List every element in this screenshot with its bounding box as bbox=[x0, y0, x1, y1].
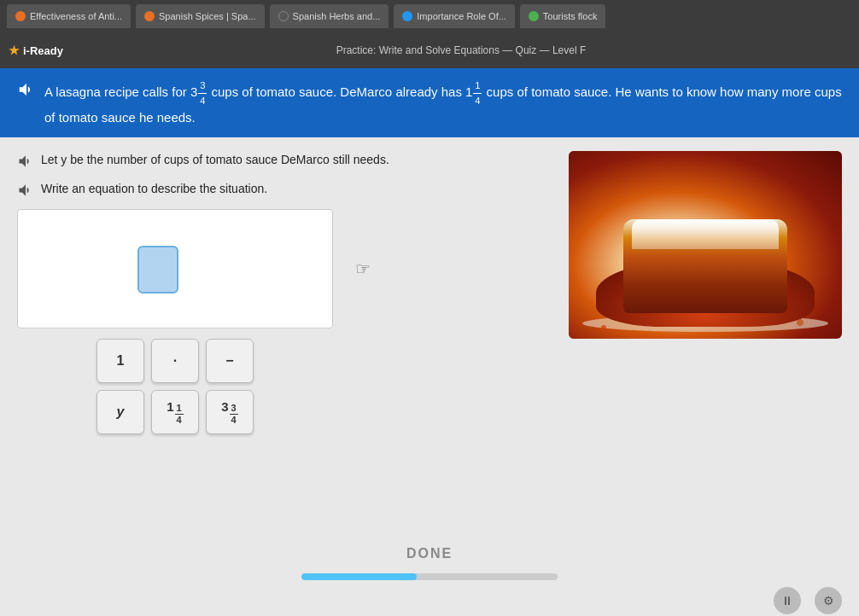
tile-dot[interactable]: · bbox=[151, 339, 199, 383]
progress-bar-fill bbox=[301, 573, 417, 580]
question1: Let y be the number of cups of tomato sa… bbox=[17, 151, 555, 170]
tile-minus[interactable]: − bbox=[206, 339, 254, 383]
tiles-row-2: y 1 1 4 bbox=[96, 390, 254, 434]
right-panel bbox=[569, 151, 842, 519]
speaker-icon[interactable] bbox=[17, 80, 36, 99]
speaker-icon-q2[interactable] bbox=[17, 182, 34, 199]
content-area: ★ i-Ready Practice: Write and Solve Equa… bbox=[0, 32, 859, 616]
garnish-1 bbox=[601, 325, 606, 330]
star-icon: ★ bbox=[9, 44, 20, 57]
iready-logo: ★ i-Ready bbox=[9, 44, 63, 57]
tab-spices[interactable]: Spanish Spices | Spa... bbox=[136, 4, 265, 28]
pause-icon: ⏸ bbox=[781, 594, 793, 607]
done-button[interactable]: DONE bbox=[372, 541, 487, 567]
browser-tab-bar: Effectiveness of Anti... Spanish Spices … bbox=[0, 0, 859, 32]
tile-y[interactable]: y bbox=[96, 390, 144, 434]
tiles-container: 1 · − y 1 bbox=[17, 339, 333, 434]
settings-button[interactable]: ⚙ bbox=[815, 587, 842, 614]
banner-text: A lasagna recipe calls for 334 cups of t… bbox=[44, 78, 842, 127]
lasagna-body bbox=[623, 219, 787, 313]
tile-1-1-4[interactable]: 1 1 4 bbox=[151, 390, 199, 434]
tab-icon-spices bbox=[144, 11, 155, 21]
blue-banner: A lasagna recipe calls for 334 cups of t… bbox=[0, 68, 859, 137]
equation-area-wrapper: ☞ bbox=[17, 209, 350, 328]
white-sauce-top bbox=[632, 219, 780, 249]
tab-icon-importance bbox=[402, 11, 412, 21]
nav-subtitle: Practice: Write and Solve Equations — Qu… bbox=[72, 44, 850, 56]
done-section: DONE bbox=[0, 532, 859, 585]
lasagna-visual bbox=[569, 151, 842, 339]
lasagna-image bbox=[569, 151, 842, 339]
equation-input-area[interactable] bbox=[17, 209, 333, 328]
main-content: Let y be the number of cups of tomato sa… bbox=[0, 137, 859, 532]
cursor-drag-icon: ☞ bbox=[355, 259, 371, 279]
nav-bar: ★ i-Ready Practice: Write and Solve Equa… bbox=[0, 32, 859, 68]
question2: Write an equation to describe the situat… bbox=[17, 180, 555, 199]
tab-icon-tourists bbox=[529, 11, 539, 21]
tile-1[interactable]: 1 bbox=[96, 339, 144, 383]
speaker-icon-q1[interactable] bbox=[17, 153, 34, 170]
left-panel: Let y be the number of cups of tomato sa… bbox=[17, 151, 555, 519]
bottom-controls: ⏸ ⚙ bbox=[774, 587, 842, 614]
bottom-bar: ⏸ ⚙ bbox=[0, 585, 859, 616]
tile-3-3-4[interactable]: 3 3 4 bbox=[206, 390, 254, 434]
tab-icon-herbs bbox=[278, 11, 289, 21]
settings-icon: ⚙ bbox=[823, 594, 834, 607]
pause-button[interactable]: ⏸ bbox=[774, 587, 801, 614]
tiles-row-1: 1 · − bbox=[96, 339, 254, 383]
tab-herbs[interactable]: Spanish Herbs and... bbox=[270, 4, 389, 28]
tab-tourists[interactable]: Tourists flock bbox=[520, 4, 606, 28]
tab-effectiveness[interactable]: Effectiveness of Anti... bbox=[7, 4, 131, 28]
progress-bar bbox=[301, 573, 558, 580]
tab-importance[interactable]: Importance Role Of... bbox=[394, 4, 515, 28]
dragged-tile-placeholder bbox=[137, 246, 178, 293]
tab-icon-effectiveness bbox=[15, 11, 26, 21]
